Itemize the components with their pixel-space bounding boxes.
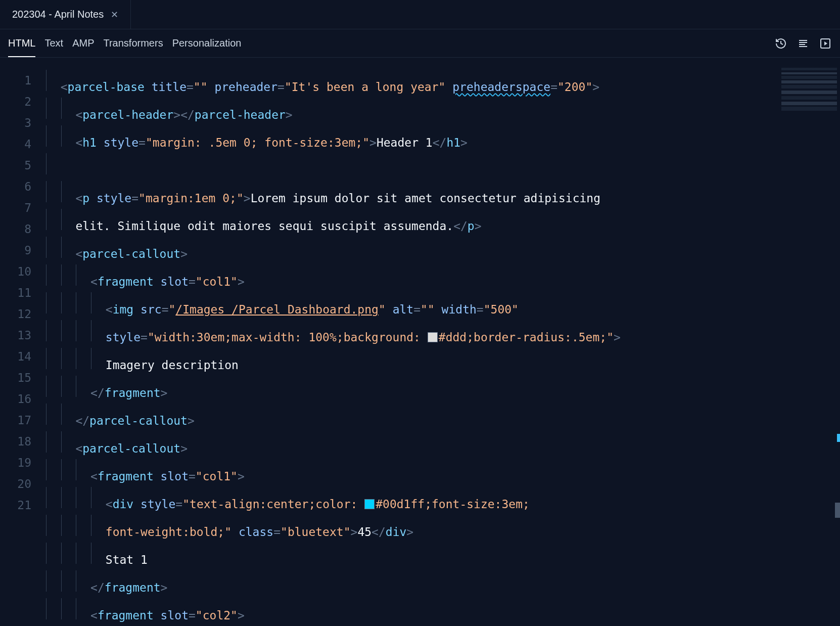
editor[interactable]: 123 456 78 91011 121314 1516 1718 192021… <box>0 58 840 626</box>
format-icon[interactable] <box>797 37 810 50</box>
close-icon[interactable]: ✕ <box>111 9 118 20</box>
history-icon[interactable] <box>774 37 787 50</box>
minimap-scrollbar[interactable] <box>835 503 840 518</box>
view-tabs: HTML Text AMP Transformers Personalizati… <box>0 29 840 58</box>
file-tab[interactable]: 202304 - April Notes ✕ <box>0 0 131 29</box>
svg-marker-5 <box>824 41 827 46</box>
run-icon[interactable] <box>819 37 832 50</box>
tab-title: 202304 - April Notes <box>12 9 104 20</box>
tab-bar: 202304 - April Notes ✕ <box>0 0 840 29</box>
tab-personalization[interactable]: Personalization <box>172 30 242 56</box>
minimap-cursor <box>837 434 840 442</box>
tab-transformers[interactable]: Transformers <box>103 30 163 56</box>
minimap[interactable] <box>781 68 837 113</box>
tab-text[interactable]: Text <box>44 30 63 56</box>
tab-amp[interactable]: AMP <box>72 30 94 56</box>
line-gutter: 123 456 78 91011 121314 1516 1718 192021 <box>0 58 45 626</box>
code-area[interactable]: <parcel-base title="" preheader="It's be… <box>45 58 840 626</box>
tab-html[interactable]: HTML <box>8 30 35 57</box>
